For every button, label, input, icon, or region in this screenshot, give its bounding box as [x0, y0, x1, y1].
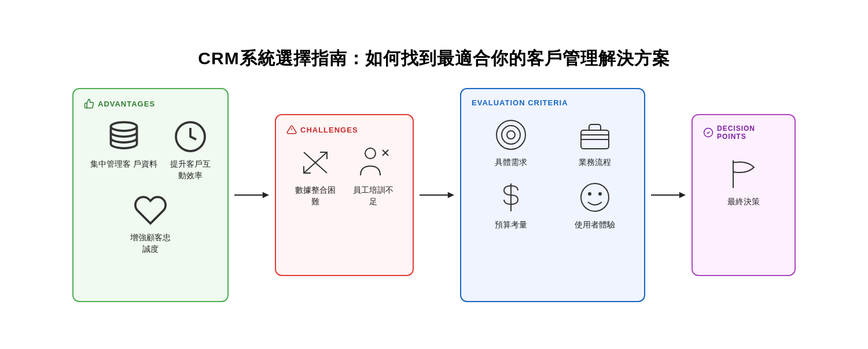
training-icon — [356, 145, 391, 180]
svg-point-21 — [589, 193, 591, 195]
warning-icon — [286, 124, 297, 135]
challenges-item-integration: 數據整合困難 — [295, 145, 336, 207]
decision-label: DECISION POINTS — [703, 124, 755, 141]
challenges-label-integration: 數據整合困難 — [295, 185, 336, 207]
decision-center: 最終決策 — [703, 157, 784, 208]
advantages-label-efficiency: 提升客戶互動效率 — [170, 159, 211, 181]
svg-point-20 — [581, 183, 609, 211]
svg-point-14 — [502, 126, 520, 144]
advantages-item-efficiency: 提升客戶互動效率 — [170, 119, 211, 181]
evaluation-card: EVALUATION CRITERIA 具體需求 — [460, 88, 645, 302]
briefcase-icon — [578, 117, 612, 152]
advantages-item-loyalty: 增強顧客忠誠度 — [130, 193, 171, 255]
advantages-item-data: 集中管理客 戶資料 — [90, 119, 157, 181]
evaluation-item-needs: 具體需求 — [494, 117, 528, 168]
evaluation-item-process: 業務流程 — [578, 117, 612, 168]
checkmark-icon — [703, 127, 713, 138]
thumbsup-icon — [84, 98, 94, 109]
challenges-card: CHALLENGES 數據整合困難 — [275, 114, 414, 276]
advantages-card: ADVANTAGES 集中管理客 戶資料 提升客戶互動效率 — [72, 88, 229, 302]
dollar-icon — [494, 180, 528, 215]
decision-item-final: 最終決策 — [726, 157, 761, 208]
challenges-row: 數據整合困難 員工培訓不足 — [286, 145, 402, 207]
challenges-label-training: 員工培訓不足 — [353, 185, 393, 207]
svg-marker-24 — [679, 192, 686, 199]
advantages-label-loyalty: 增強顧客忠誠度 — [130, 232, 171, 255]
advantages-label: ADVANTAGES — [84, 98, 155, 109]
arrow2-icon — [420, 186, 454, 204]
challenges-item-training: 員工培訓不足 — [353, 145, 393, 207]
heart-icon — [133, 193, 168, 227]
svg-point-15 — [507, 131, 515, 139]
evaluation-label-needs: 具體需求 — [495, 157, 527, 168]
evaluation-label-process: 業務流程 — [579, 157, 611, 168]
challenges-label: CHALLENGES — [286, 124, 358, 135]
arrow-2 — [420, 186, 454, 204]
svg-point-0 — [111, 122, 137, 131]
evaluation-label: EVALUATION CRITERIA — [472, 98, 568, 107]
evaluation-label-ux: 使用者體驗 — [575, 219, 615, 231]
evaluation-item-budget: 預算考量 — [494, 180, 528, 231]
arrow-1 — [234, 186, 269, 204]
database-icon — [106, 119, 141, 154]
flag-icon — [726, 157, 761, 192]
svg-marker-3 — [263, 192, 269, 199]
arrow1-icon — [234, 186, 269, 204]
svg-point-8 — [365, 148, 376, 159]
svg-point-13 — [496, 120, 525, 149]
arrow3-icon — [651, 186, 686, 204]
flow-container: ADVANTAGES 集中管理客 戶資料 提升客戶互動效率 — [72, 88, 796, 302]
svg-point-22 — [599, 193, 601, 195]
evaluation-item-ux: 使用者體驗 — [575, 180, 615, 231]
advantages-bottom-row: 增強顧客忠誠度 — [84, 193, 217, 255]
decision-card: DECISION POINTS 最終決策 — [692, 114, 796, 276]
evaluation-grid: 具體需求 業務流程 預算考量 — [472, 117, 634, 230]
smiley-icon — [578, 180, 612, 215]
svg-marker-12 — [448, 192, 454, 199]
page-title: CRM系統選擇指南：如何找到最適合你的客戶管理解決方案 — [198, 47, 670, 71]
evaluation-label-budget: 預算考量 — [495, 219, 527, 231]
advantages-top-row: 集中管理客 戶資料 提升客戶互動效率 — [84, 119, 217, 181]
advantages-label-data: 集中管理客 戶資料 — [90, 159, 157, 170]
data-integration-icon — [298, 145, 333, 180]
arrow-3 — [651, 186, 686, 204]
clock-icon — [173, 119, 208, 154]
decision-label-final: 最終決策 — [727, 196, 760, 208]
target-icon — [494, 117, 528, 152]
